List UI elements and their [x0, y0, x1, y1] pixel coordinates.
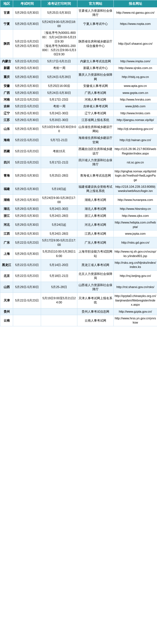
region-cell: 西藏: [0, 146, 13, 157]
official-site-cell: 北京人力资源和社会保障局: [77, 270, 114, 282]
official-site-cell: 黑龙江省人事考试网: [77, 259, 114, 270]
register-url-cell: http://rlsbj.cq.gov.cn: [114, 72, 157, 83]
official-site-cell: 江西人事考试网: [77, 230, 114, 237]
table-row: 黑龙江5月22日-5月23日5月14日-20日黑龙江省人事考试网http://r…: [0, 259, 157, 270]
admit-time-cell: 5月24日起: [41, 219, 77, 230]
register-url-cell: www.gxpta.com.cn: [114, 89, 157, 96]
official-site-cell: 广东人事考试网: [77, 237, 114, 248]
table-row: 江西5月29日-5月30日5月24日-28日江西人事考试网www.jxpta.c…: [0, 230, 157, 237]
region-cell: 浙江: [0, 212, 13, 219]
admit-time-cell: 〔报名序号为00001-80000〕:5月14日9:00-5月23日9:30 〔…: [41, 30, 77, 58]
table-row: 北京5月22日-5月23日5月18日-21日北京人力资源和社会保障局http:/…: [0, 270, 157, 282]
exam-time-cell: 5月29日-5月30日: [13, 72, 41, 83]
register-url-cell: http://www.hnrsks.com: [114, 96, 157, 103]
register-url-cell: http://www.rsj.sh.gov.cn/xxzsp/ks y/inde…: [114, 248, 157, 260]
official-site-cell: 天津人事考试网上报名系统: [77, 293, 114, 308]
exam-time-cell: 5月29日-5月30日: [13, 110, 41, 117]
exam-time-cell: 5月29日-5月30日: [13, 83, 41, 89]
exam-time-cell: 5月22日-5月23日 5月29日-5月30日: [13, 30, 41, 58]
region-cell: 湖北: [0, 206, 13, 212]
table-row: 福建5月29日-5月30日5月19日起福建省建设执业资格考试网上报名系统http…: [0, 183, 157, 194]
register-url-cell: http://www.gzpta.gov.cn/: [114, 308, 157, 315]
table-row: 安徽5月29日-5月30日5月25日16:00后安徽省人事考试网www.apta…: [0, 83, 157, 89]
table-row: 河北5月29日-5月30日5月24日起河北人事考试网http://www.heb…: [0, 219, 157, 230]
table-row: 山东5月29日-5月30日5月10日9:00-5月30日9:00山东省住房和城乡…: [0, 123, 157, 135]
admit-time-cell: 考前一周: [41, 103, 77, 110]
official-site-cell: 重庆人力资源和社会保障网: [77, 72, 114, 83]
official-site-cell: 吉林省人事考试网: [77, 103, 114, 110]
admit-time-cell: 5月25日10:00-5月28日16:00: [41, 248, 77, 260]
region-cell: 内蒙古: [0, 58, 13, 65]
admit-time-cell: 5月24日9:00-5月29日18:00: [41, 18, 77, 30]
admit-time-cell: 5月17日9:00-5月21日17:00: [41, 237, 77, 248]
admit-time-cell: 5月7日-21日: [41, 135, 77, 146]
exam-time-cell: [13, 315, 41, 326]
region-cell: 重庆: [0, 72, 13, 83]
admit-time-cell: [41, 308, 77, 315]
official-site-cell: 内蒙古人事考试信息网: [77, 58, 114, 65]
exam-time-cell: 5月29日-5月30日: [13, 65, 41, 72]
register-url-cell: http://qinghai.nomax.vip/tip/stdlogin.do…: [114, 168, 157, 183]
official-site-cell: 贵州人事考试信息网: [77, 308, 114, 315]
register-url-cell: http://zjt.shandong.gov.cn/: [114, 123, 157, 135]
exam-time-cell: 5月22日-5月23日: [13, 237, 41, 248]
official-site-cell: 云南人事考试网: [77, 315, 114, 326]
official-site-cell: 西藏自治区住房和城乡建设厅: [77, 146, 114, 157]
admit-time-cell: 考前一周: [41, 65, 77, 72]
official-site-cell: 河北人事考试网: [77, 219, 114, 230]
official-site-cell: 四川省人力资源和社会保障厅: [77, 157, 114, 168]
exam-time-cell: 5月29日-5月30日: [13, 7, 41, 18]
region-cell: 河北: [0, 219, 13, 230]
admit-time-cell: [41, 315, 77, 326]
region-cell: 天津: [0, 293, 13, 308]
exam-time-cell: 5月22日-5月23日: [13, 135, 41, 146]
admit-time-cell: 5月25-28日: [41, 282, 77, 293]
table-row: 广东5月22日-5月23日5月17日9:00-5月21日17:00广东人事考试网…: [0, 237, 157, 248]
region-cell: 福建: [0, 183, 13, 194]
official-site-cell: 安徽省人事考试网: [77, 83, 114, 89]
register-url-cell: www.apta.gov.cn: [114, 83, 157, 89]
table-row: 甘肃5月29日-5月30日5月25日-5月30日甘肃省人力资源和社会保障厅htt…: [0, 7, 157, 18]
register-url-cell: rst.sc.gov.cn: [114, 157, 157, 168]
register-url-cell: http://218.104.239.163:8088/jwwsks/web/k…: [114, 183, 157, 194]
exam-time-cell: 5月29日-5月30日: [13, 230, 41, 237]
admit-time-cell: 5月25日-28日: [41, 168, 77, 183]
exam-time-cell: 5月29日-5月30日: [13, 206, 41, 212]
register-url-cell: http://115.28.96.217:8030/webRegister/in…: [114, 146, 157, 157]
table-row: 宁夏5月29日-5月30日5月24日9:00-5月29日18:00宁夏人事考试中…: [0, 18, 157, 30]
official-site-cell: 浙江人事考试网: [77, 212, 114, 219]
official-site-cell: 河南人事考试网: [77, 96, 114, 103]
register-url-cell: http://jiangsu.nomax.vip/tip/: [114, 117, 157, 123]
exam-time-cell: 5月22日-5月23日: [13, 157, 41, 168]
exam-time-cell: 5月22日-5月23日: [13, 96, 41, 103]
header-admit-time: 准考证打印时间: [41, 0, 77, 8]
admit-time-cell: 5月24日-28日: [41, 230, 77, 237]
exam-time-cell: 5月22日-5月23日: [13, 293, 41, 308]
table-row: 湖南5月29日-5月30日5月24日9:00-5月28日17:00湖南人事考试网…: [0, 194, 157, 206]
register-url-cell: www.jxpta.com: [114, 230, 157, 237]
region-cell: 湖南: [0, 194, 13, 206]
region-cell: 青海: [0, 168, 13, 183]
region-cell: 江苏: [0, 117, 13, 123]
register-url-cell: http://www.impta.com/: [114, 58, 157, 65]
admit-time-cell: 5月14日-20日: [41, 259, 77, 270]
region-cell: 上海: [0, 248, 13, 260]
register-url-cell: http://www.hbsrsksy.cn: [114, 206, 157, 212]
table-row: 广西5月29日-5月30日5月24日-5月30日广西人事考试网www.gxpta…: [0, 89, 157, 96]
table-row: 陕西5月22日-5月23日 5月29日-5月30日〔报名序号为00001-800…: [0, 30, 157, 58]
official-site-cell: 宁夏人事考试中心: [77, 18, 114, 30]
region-cell: 贵州: [0, 308, 13, 315]
admit-time-cell: 5月24日-5月30日: [41, 89, 77, 96]
admit-time-cell: 5月24日-28日: [41, 212, 77, 219]
register-url-cell: http://www.lnrsks.com: [114, 110, 157, 117]
region-cell: 辽宁: [0, 110, 13, 117]
admit-time-cell: 5月24日-5月28日: [41, 72, 77, 83]
exam-time-cell: 5月29日-5月30日: [13, 183, 41, 194]
table-row: 西藏5月22日-5月23日考前15天西藏自治区住房和城乡建设厅http://11…: [0, 146, 157, 157]
admit-time-cell: 5月25日16:00后: [41, 83, 77, 89]
register-url-cell: www.jlzkb.com: [114, 103, 157, 110]
register-url-cell: http://www.hebpta.com.cn/hebpta/: [114, 219, 157, 230]
register-url-cell: http://rsj.beijing.gov.cn/: [114, 270, 157, 282]
register-url-cell: http://www.hrss.yn.gov.cn/ynrsksw: [114, 315, 157, 326]
official-site-cell: 甘肃省人力资源和社会保障厅: [77, 7, 114, 18]
